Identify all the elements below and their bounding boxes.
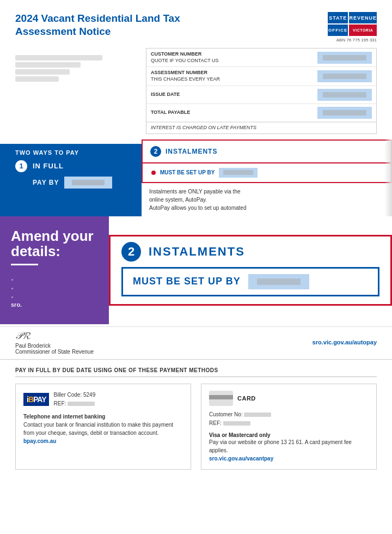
pay-option-1: 1 IN FULL	[15, 160, 134, 172]
sro-logo: STATE REVENUE OFFICE VICTORIA ABN 76 775…	[328, 12, 377, 43]
sro-small-text: sro.	[11, 301, 98, 308]
bpay-details: Biller Code: 5249 REF:	[53, 391, 95, 408]
two-ways-header: TWO WAYS TO PAY	[15, 149, 134, 156]
must-set-up-big: MUST BE SET UP BY	[121, 267, 379, 296]
sro-state-cell: STATE	[328, 12, 348, 23]
instalment-big-number: 2	[121, 242, 141, 262]
bpay-bank-text: Telephone and internet banking Contact y…	[23, 412, 183, 445]
sro-victoria-cell: VICTORIA	[349, 25, 377, 36]
card-link[interactable]: sro.vic.gov.au/vacantpay	[209, 456, 273, 462]
overflow-fade	[384, 139, 392, 216]
instalment-small-header: 2 INSTALMENTS	[142, 139, 392, 163]
signature-block: 𝒫𝓡 Paul Broderick Commissioner of State …	[15, 330, 94, 355]
sro-logo-box: STATE REVENUE OFFICE VICTORIA	[328, 12, 377, 36]
instalment-number-title-row: 2 INSTALMENTS	[150, 146, 217, 157]
customer-number-label: CUSTOMER NUMBER QUOTE IF YOU CONTACT US	[151, 51, 317, 64]
instalment-big: 2 INSTALMENTS	[111, 236, 390, 267]
card-header-row: CARD	[209, 391, 369, 406]
info-table: CUSTOMER NUMBER QUOTE IF YOU CONTACT US …	[146, 48, 377, 134]
address-line3	[15, 69, 70, 75]
signature-image: 𝒫𝓡	[15, 330, 94, 342]
issue-date-label: ISSUE DATE	[151, 92, 317, 98]
bpay-link[interactable]: bpay.com.au	[23, 438, 56, 444]
total-payable-blurred	[323, 110, 366, 116]
bottom-section: PAY IN FULL BY DUE DATE USING ONE OF THE…	[0, 359, 392, 477]
amend-box: Amend your details: sro.	[0, 216, 109, 324]
instalment-number-2-small: 2	[150, 146, 161, 157]
address-line2	[15, 62, 81, 68]
instalment-title-small: INSTALMENTS	[166, 148, 217, 155]
assessment-number-blurred	[323, 74, 366, 79]
payment-methods: iBPAY Biller Code: 5249 REF: Telephone a…	[15, 384, 377, 470]
customer-number-row: CUSTOMER NUMBER QUOTE IF YOU CONTACT US	[146, 48, 376, 67]
card-ref-blurred	[223, 421, 250, 426]
header-title: 2024 Vacant Residential Land Tax Assessm…	[15, 12, 180, 38]
middle-section: Amend your details: sro. 2 INSTALMENTS M…	[0, 216, 392, 324]
two-ways-panel: TWO WAYS TO PAY 1 IN FULL PAY BY	[0, 144, 142, 216]
two-ways-row: TWO WAYS TO PAY 1 IN FULL PAY BY 2 INSTA…	[0, 139, 392, 216]
instalment-big-title: INSTALMENTS	[149, 245, 245, 259]
assessment-number-label: ASSESSMENT NUMBER THIS CHANGES EVERY YEA…	[151, 70, 317, 82]
sro-revenue-cell: REVENUE	[349, 12, 377, 23]
sro-abn: ABN 76 775 195 331	[336, 38, 377, 43]
pay-by-date-blurred	[72, 180, 105, 185]
pay-by-value	[64, 177, 112, 189]
top-section: CUSTOMER NUMBER QUOTE IF YOU CONTACT US …	[0, 48, 392, 134]
bpay-logo: iBPAY Biller Code: 5249 REF:	[23, 391, 183, 408]
option-1-number: 1	[15, 160, 27, 172]
address-line1	[15, 55, 102, 60]
must-date-blurred-big	[257, 278, 301, 285]
card-desc: Pay via our website or phone 13 21 61. A…	[209, 438, 369, 463]
issue-date-value	[317, 89, 372, 101]
must-date-blurred-small	[223, 170, 253, 175]
must-label-big: MUST BE SET UP BY	[133, 276, 241, 287]
bpay-ref-blurred	[68, 402, 95, 406]
issue-date-row: ISSUE DATE	[146, 86, 376, 104]
assessment-number-value	[317, 70, 372, 82]
pay-in-full-header: PAY IN FULL BY DUE DATE USING ONE OF THE…	[15, 367, 377, 377]
instalment-text-small: Instalments are ONLY payable via the onl…	[142, 183, 392, 216]
customer-number-blurred	[323, 55, 366, 60]
signature-row: 𝒫𝓡 Paul Broderick Commissioner of State …	[0, 326, 392, 359]
customer-number-value	[317, 52, 372, 64]
amend-bullet-2	[19, 283, 98, 287]
amend-bullet-1	[19, 274, 98, 278]
card-label: CARD	[237, 395, 256, 402]
option-1-label: IN FULL	[33, 162, 64, 170]
card-visa-text: Visa or Mastercard only	[209, 432, 369, 438]
total-payable-value	[317, 107, 372, 119]
commissioner-title: Commissioner of State Revenue	[15, 349, 94, 355]
amend-underline	[11, 264, 38, 265]
autopay-url: sro.vic.gov.au/autopay	[313, 339, 377, 345]
red-dot	[151, 171, 156, 175]
card-box: CARD Customer No: REF: Visa or Mastercar…	[201, 384, 377, 470]
commissioner-name: Paul Broderick	[15, 343, 94, 349]
must-value-big	[248, 274, 309, 289]
instalment-right-column: 2 INSTALMENTS MUST BE SET UP BY Instalme…	[142, 139, 392, 216]
interest-note: INTEREST IS CHARGED ON LATE PAYMENTS	[146, 122, 376, 134]
amend-title: Amend your details:	[11, 228, 98, 259]
zoomed-box-wrapper: 2 INSTALMENTS MUST BE SET UP BY	[109, 235, 392, 306]
bpay-box: iBPAY Biller Code: 5249 REF: Telephone a…	[15, 384, 191, 470]
zoomed-instalment-area: 2 INSTALMENTS MUST BE SET UP BY	[109, 216, 392, 324]
must-value-small	[219, 168, 258, 178]
address-line4	[15, 76, 59, 82]
card-details: Customer No: REF:	[209, 410, 369, 428]
bpay-icon: iBPAY	[23, 393, 49, 406]
amend-bullets	[11, 274, 98, 296]
sro-office-cell: OFFICE	[328, 25, 348, 36]
pay-by-row: PAY BY	[33, 177, 134, 189]
amend-bullet-3	[19, 292, 98, 296]
total-payable-row: TOTAL PAYABLE	[146, 104, 376, 122]
header: 2024 Vacant Residential Land Tax Assessm…	[0, 0, 392, 48]
total-payable-label: TOTAL PAYABLE	[151, 110, 317, 116]
pay-by-label: PAY BY	[33, 179, 59, 186]
assessment-number-row: ASSESSMENT NUMBER THIS CHANGES EVERY YEA…	[146, 67, 376, 86]
issue-date-blurred	[323, 92, 366, 98]
card-icon	[209, 391, 233, 406]
must-label-small: MUST BE SET UP BY	[160, 169, 215, 175]
must-set-up-small: MUST BE SET UP BY	[142, 163, 392, 183]
document-title: 2024 Vacant Residential Land Tax Assessm…	[15, 12, 180, 38]
card-customer-blurred	[244, 412, 271, 417]
address-block	[15, 48, 135, 134]
